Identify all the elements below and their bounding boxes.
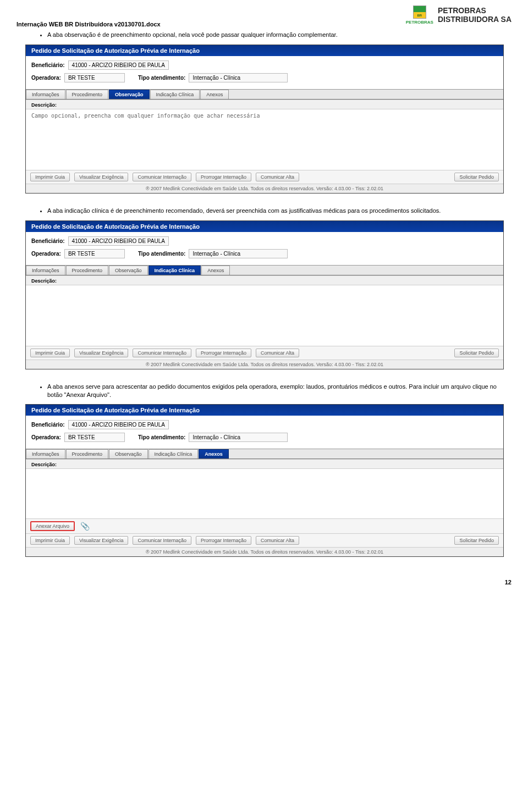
prorrogar-internacao-button[interactable]: Prorrogar Internação [196, 349, 251, 357]
tab-indicacao[interactable]: Indicação Clínica [148, 266, 201, 275]
tipo-label: Tipo atendimento: [138, 434, 185, 440]
page-number: 12 [16, 579, 512, 585]
tipo-value: Internação - Clínica [189, 249, 288, 258]
panel-info: Beneficiário: 41000 - ARCIZO RIBEIRO DE … [26, 232, 503, 266]
tab-anexos[interactable]: Anexos [201, 266, 230, 275]
tabs-row: Informações Procedimento Observação Indi… [26, 449, 503, 459]
tipo-value: Internação - Clínica [189, 433, 288, 442]
operadora-value: BR TESTE [64, 249, 125, 258]
bullet-list-2: A aba indicação clínica é de preenchimen… [47, 207, 512, 215]
comunicar-internacao-button[interactable]: Comunicar Internação [133, 536, 191, 545]
panel-anexos: Pedido de Solicitação de Autorização Pré… [25, 404, 504, 557]
comunicar-alta-button[interactable]: Comunicar Alta [256, 349, 299, 357]
visualizar-exigencia-button[interactable]: Visualizar Exigência [74, 536, 128, 545]
bullet-list-3: A aba anexos serve para acrescentar ao p… [47, 383, 512, 399]
button-row: Imprimir Guia Visualizar Exigência Comun… [26, 533, 503, 547]
visualizar-exigencia-button[interactable]: Visualizar Exigência [74, 349, 128, 357]
paperclip-icon: 📎 [78, 522, 92, 531]
operadora-value: BR TESTE [64, 73, 125, 82]
operadora-value: BR TESTE [64, 433, 125, 442]
tab-informacoes[interactable]: Informações [26, 449, 65, 459]
tabs-row: Informações Procedimento Observação Indi… [26, 266, 503, 275]
descricao-textarea[interactable]: Campo opcional, preencha com qualquer in… [26, 109, 503, 170]
beneficiario-value: 41000 - ARCIZO RIBEIRO DE PAULA [68, 236, 169, 246]
beneficiario-label: Beneficiário: [31, 62, 65, 68]
tipo-value: Internação - Clínica [189, 73, 288, 82]
tab-anexos[interactable]: Anexos [200, 90, 229, 99]
solicitar-pedido-button[interactable]: Solicitar Pedido [454, 173, 499, 181]
company-name: PETROBRAS DISTRIBUIDORA SA [438, 7, 512, 24]
beneficiario-value: 41000 - ARCIZO RIBEIRO DE PAULA [68, 420, 169, 429]
panel-indicacao: Pedido de Solicitação de Autorização Pré… [25, 220, 504, 369]
operadora-label: Operadora: [31, 75, 61, 81]
imprimir-guia-button[interactable]: Imprimir Guia [30, 173, 70, 181]
tab-observacao[interactable]: Observação [109, 266, 148, 275]
panel-title: Pedido de Solicitação de Autorização Pré… [26, 221, 503, 232]
beneficiario-value: 41000 - ARCIZO RIBEIRO DE PAULA [68, 60, 169, 70]
descricao-label: Descrição: [26, 100, 503, 109]
tab-procedimento[interactable]: Procedimento [66, 266, 109, 275]
comunicar-alta-button[interactable]: Comunicar Alta [256, 173, 299, 181]
descricao-label: Descrição: [26, 276, 503, 285]
bullet-list-1: A aba observação é de preenchimento opci… [47, 31, 512, 39]
descricao-textarea[interactable] [26, 469, 503, 518]
comunicar-internacao-button[interactable]: Comunicar Internação [133, 349, 191, 357]
prorrogar-internacao-button[interactable]: Prorrogar Internação [196, 536, 251, 545]
anexar-arquivo-button[interactable]: Anexar Arquivo [30, 521, 75, 531]
tab-observacao[interactable]: Observação [109, 90, 150, 99]
tab-procedimento[interactable]: Procedimento [66, 90, 109, 99]
panel-info: Beneficiário: 41000 - ARCIZO RIBEIRO DE … [26, 56, 503, 90]
anexar-row: Anexar Arquivo 📎 [26, 518, 503, 533]
tab-indicacao[interactable]: Indicação Clínica [148, 449, 199, 459]
operadora-label: Operadora: [31, 434, 61, 440]
imprimir-guia-button[interactable]: Imprimir Guia [30, 349, 70, 357]
button-row: Imprimir Guia Visualizar Exigência Comun… [26, 346, 503, 360]
visualizar-exigencia-button[interactable]: Visualizar Exigência [74, 173, 128, 181]
tabs-row: Informações Procedimento Observação Indi… [26, 90, 503, 100]
beneficiario-label: Beneficiário: [31, 422, 65, 428]
solicitar-pedido-button[interactable]: Solicitar Pedido [454, 349, 499, 357]
panel-title: Pedido de Solicitação de Autorização Pré… [26, 405, 503, 416]
bullet-indicacao: A aba indicação clínica é de preenchimen… [47, 207, 512, 215]
button-row: Imprimir Guia Visualizar Exigência Comun… [26, 170, 503, 184]
descricao-textarea[interactable] [26, 285, 503, 346]
logo-block: BR PETROBRAS PETROBRAS DISTRIBUIDORA SA [406, 5, 512, 25]
bullet-observacao: A aba observação é de preenchimento opci… [47, 31, 512, 39]
panel-title: Pedido de Solicitação de Autorização Pré… [26, 45, 503, 56]
tab-informacoes[interactable]: Informações [26, 90, 65, 99]
panel-observacao: Pedido de Solicitação de Autorização Pré… [25, 45, 504, 194]
operadora-label: Operadora: [31, 251, 61, 257]
bullet-anexos: A aba anexos serve para acrescentar ao p… [47, 383, 512, 399]
tipo-label: Tipo atendimento: [138, 75, 185, 81]
tab-observacao[interactable]: Observação [109, 449, 148, 459]
logo-icon: BR PETROBRAS [406, 5, 433, 25]
solicitar-pedido-button[interactable]: Solicitar Pedido [454, 536, 499, 545]
prorrogar-internacao-button[interactable]: Prorrogar Internação [196, 173, 251, 181]
panel-footer: ® 2007 Medlink Conectividade em Saúde Lt… [26, 360, 503, 369]
doc-title: Internação WEB BR Distribuidora v2013070… [16, 5, 161, 27]
imprimir-guia-button[interactable]: Imprimir Guia [30, 536, 70, 545]
tab-anexos[interactable]: Anexos [199, 449, 229, 459]
panel-info: Beneficiário: 41000 - ARCIZO RIBEIRO DE … [26, 416, 503, 449]
tipo-label: Tipo atendimento: [138, 251, 185, 257]
comunicar-alta-button[interactable]: Comunicar Alta [256, 536, 299, 545]
tab-informacoes[interactable]: Informações [26, 266, 65, 275]
descricao-label: Descrição: [26, 460, 503, 469]
page-header: Internação WEB BR Distribuidora v2013070… [16, 5, 512, 27]
panel-footer: ® 2007 Medlink Conectividade em Saúde Lt… [26, 184, 503, 193]
comunicar-internacao-button[interactable]: Comunicar Internação [133, 173, 191, 181]
beneficiario-label: Beneficiário: [31, 238, 65, 244]
panel-footer: ® 2007 Medlink Conectividade em Saúde Lt… [26, 547, 503, 556]
tab-procedimento[interactable]: Procedimento [66, 449, 109, 459]
tab-indicacao[interactable]: Indicação Clínica [150, 90, 200, 99]
